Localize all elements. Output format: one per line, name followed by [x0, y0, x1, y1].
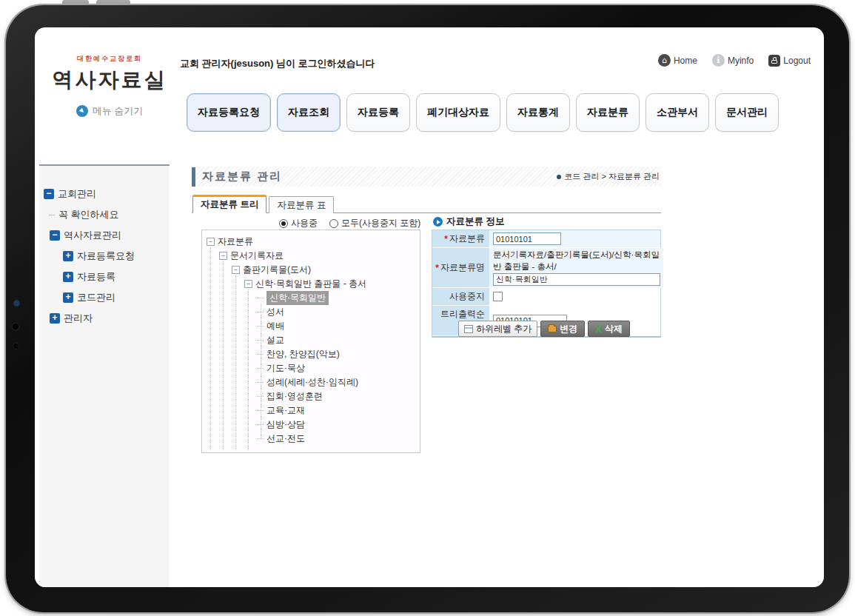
- tree-node-theology-series[interactable]: − 신학·목회일반 출판물 - 총서: [202, 277, 420, 291]
- tree-node-assembly-training[interactable]: 집회·영성훈련: [202, 389, 420, 404]
- sidebar-item-code-mgmt[interactable]: + 코드관리: [39, 287, 170, 308]
- user-links: ⌂ Home i Myinfo Logout: [658, 54, 811, 67]
- code-field-label: * 자료분류: [432, 230, 490, 248]
- leaf-dash-icon: [257, 368, 264, 369]
- tree-node-praise[interactable]: 찬양, 찬양집(악보): [202, 347, 420, 361]
- camera-lens-icon: [11, 322, 20, 331]
- global-nav: 자료등록요청 자료조회 자료등록 폐기대상자료 자료통계 자료분류 소관부서 문…: [187, 93, 779, 132]
- info-icon: i: [712, 54, 725, 67]
- tree-node-visitation[interactable]: 심방·상담: [202, 418, 420, 432]
- sidebar-item-history-data-mgmt[interactable]: − 역사자료관리: [39, 225, 170, 246]
- tree-node-education[interactable]: 교육·교재: [202, 404, 420, 418]
- collapse-icon[interactable]: −: [44, 189, 54, 199]
- home-icon: ⌂: [658, 54, 671, 67]
- collapse-box-icon[interactable]: −: [244, 280, 252, 288]
- disabled-field-label: 사용중지: [432, 288, 490, 306]
- menu-hide-label: 메뉴 숨기기: [93, 104, 144, 118]
- form-actions: 하위레벨 추가 변경 X 삭제: [432, 321, 661, 337]
- tree-dash-icon: [50, 215, 55, 215]
- site-title[interactable]: 역사자료실: [42, 66, 177, 94]
- tab-classification-tree[interactable]: 자료분류 트리: [192, 195, 266, 213]
- front-camera-icon: [14, 301, 19, 306]
- tab-classification-table[interactable]: 자료분류 표: [269, 196, 334, 213]
- expand-icon[interactable]: +: [63, 251, 73, 261]
- leaf-dash-icon: [257, 354, 264, 355]
- tablet-bezel: 대한예수교장로회 역사자료실 메뉴 숨기기 교회 관리자(jesuson) 님이…: [6, 5, 849, 612]
- sidebar-item-check-notice[interactable]: 꼭 확인하세요: [39, 204, 170, 225]
- change-icon: [548, 326, 557, 332]
- code-input[interactable]: [493, 232, 561, 245]
- nav-tab-data-register[interactable]: 자료등록: [346, 93, 410, 132]
- screen: 대한예수교장로회 역사자료실 메뉴 숨기기 교회 관리자(jesuson) 님이…: [35, 27, 824, 587]
- home-label: Home: [674, 56, 697, 66]
- leaf-dash-icon: [257, 382, 264, 383]
- required-asterisk: *: [444, 234, 448, 244]
- sidebar-item-data-register[interactable]: + 자료등록: [39, 267, 170, 287]
- name-field-label: * 자료분류명: [432, 248, 490, 288]
- tree-node-sacraments[interactable]: 성례(세례·성찬·임직례): [202, 375, 420, 389]
- sidebar-item-register-request[interactable]: + 자료등록요청: [39, 246, 170, 267]
- collapse-box-icon[interactable]: −: [207, 238, 215, 246]
- change-button[interactable]: 변경: [540, 321, 585, 337]
- leaf-dash-icon: [257, 340, 264, 341]
- nav-tab-department[interactable]: 소관부서: [646, 93, 709, 132]
- collapse-box-icon[interactable]: −: [232, 266, 240, 274]
- classification-path-text: 문서기록자료/출판기록물(도서)/신학·목회일반 출판물 - 총서/: [493, 250, 660, 272]
- myinfo-label: Myinfo: [728, 56, 754, 66]
- expand-icon[interactable]: +: [63, 272, 73, 282]
- page-title-bar: 자료분류 관리 코드 관리 > 자료분류 관리: [192, 167, 661, 187]
- menu-hide-icon: [76, 105, 88, 117]
- selected-tree-node: 신학·목회일반: [266, 291, 329, 305]
- collapse-icon[interactable]: −: [50, 230, 60, 241]
- radio-all[interactable]: 모두(사용중지 포함): [329, 217, 420, 230]
- menu-hide-button[interactable]: 메뉴 숨기기: [42, 104, 177, 118]
- tree-node-sermon[interactable]: 설교: [202, 333, 420, 347]
- leaf-dash-icon: [257, 312, 264, 312]
- leaf-dash-icon: [257, 396, 264, 397]
- radio-selected-icon: [279, 219, 288, 228]
- leaf-dash-icon: [257, 438, 264, 439]
- leaf-dash-icon: [257, 298, 264, 298]
- leaf-dash-icon: [257, 410, 264, 411]
- logout-label: Logout: [783, 56, 811, 66]
- logout-link[interactable]: Logout: [768, 55, 811, 67]
- sidebar: − 교회관리 꼭 확인하세요 − 역사자료관리 + 자료등록요청 + 자료등록 …: [39, 164, 170, 587]
- logo: 대한예수교장로회 역사자료실: [42, 54, 177, 94]
- logo-org-text: 대한예수교장로회: [42, 54, 177, 64]
- collapse-box-icon[interactable]: −: [219, 252, 227, 260]
- tree-node-prayer[interactable]: 기도·묵상: [202, 361, 420, 375]
- title-accent-bar: [192, 167, 195, 187]
- delete-button[interactable]: X 삭제: [588, 321, 630, 337]
- tree-node-worship[interactable]: 예배: [202, 319, 420, 333]
- login-greeting: 교회 관리자(jesuson) 님이 로그인하셨습니다: [180, 57, 375, 70]
- radio-unselected-icon: [329, 219, 338, 228]
- add-sublevel-button[interactable]: 하위레벨 추가: [458, 321, 537, 337]
- tree-node-bible[interactable]: 성서: [202, 305, 420, 319]
- classification-tree-panel: − 자료분류 − 문서기록자료 − 출판기록물(도서) − 신학·목회일반 출판…: [201, 230, 420, 453]
- nav-tab-document-mgmt[interactable]: 문서관리: [715, 93, 779, 132]
- tree-node-mission[interactable]: 선교·전도: [202, 432, 420, 446]
- nav-tab-data-register-request[interactable]: 자료등록요청: [187, 93, 271, 132]
- disabled-checkbox[interactable]: [493, 292, 503, 301]
- name-input[interactable]: [493, 273, 660, 286]
- tree-node-document-records[interactable]: − 문서기록자료: [202, 249, 420, 263]
- nav-tab-data-classification[interactable]: 자료분류: [576, 93, 640, 132]
- sidebar-item-admin[interactable]: + 관리자: [39, 308, 170, 329]
- nav-tab-data-search[interactable]: 자료조회: [277, 93, 341, 132]
- nav-tab-data-stats[interactable]: 자료통계: [506, 93, 570, 132]
- info-section-title: 자료분류 정보: [433, 215, 504, 228]
- tree-node-root[interactable]: − 자료분류: [202, 235, 420, 249]
- section-arrow-icon: [433, 217, 443, 227]
- expand-icon[interactable]: +: [63, 292, 73, 303]
- sidebar-item-church-mgmt[interactable]: − 교회관리: [39, 184, 170, 204]
- tree-node-theology-general[interactable]: 신학·목회일반: [202, 291, 420, 305]
- home-link[interactable]: ⌂ Home: [658, 54, 697, 67]
- usage-filter: 사용중 모두(사용중지 포함): [279, 217, 420, 230]
- radio-in-use[interactable]: 사용중: [279, 217, 318, 230]
- nav-tab-discard-target[interactable]: 폐기대상자료: [416, 93, 500, 132]
- leaf-dash-icon: [257, 326, 264, 327]
- myinfo-link[interactable]: i Myinfo: [712, 54, 754, 67]
- tree-node-published-books[interactable]: − 출판기록물(도서): [202, 263, 420, 277]
- required-asterisk: *: [435, 263, 439, 273]
- expand-icon[interactable]: +: [50, 313, 60, 324]
